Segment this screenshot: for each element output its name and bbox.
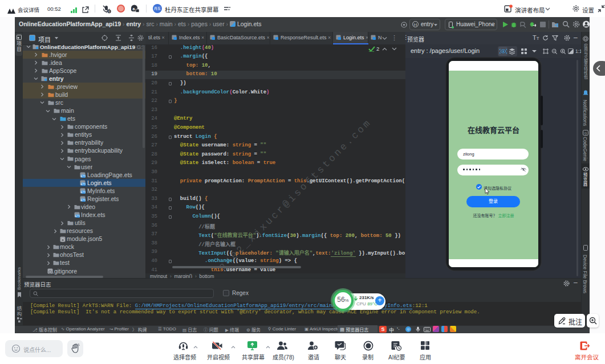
svg-text:ETS: ETS xyxy=(81,175,86,178)
svg-text:0: 0 xyxy=(108,10,110,13)
svg-text:ETS: ETS xyxy=(81,199,86,202)
svg-text:G: G xyxy=(584,132,587,135)
svg-text:ETS: ETS xyxy=(81,183,86,186)
svg-text:ETS: ETS xyxy=(75,215,80,218)
svg-text:a: a xyxy=(133,7,135,11)
svg-text:ETS: ETS xyxy=(81,191,86,194)
